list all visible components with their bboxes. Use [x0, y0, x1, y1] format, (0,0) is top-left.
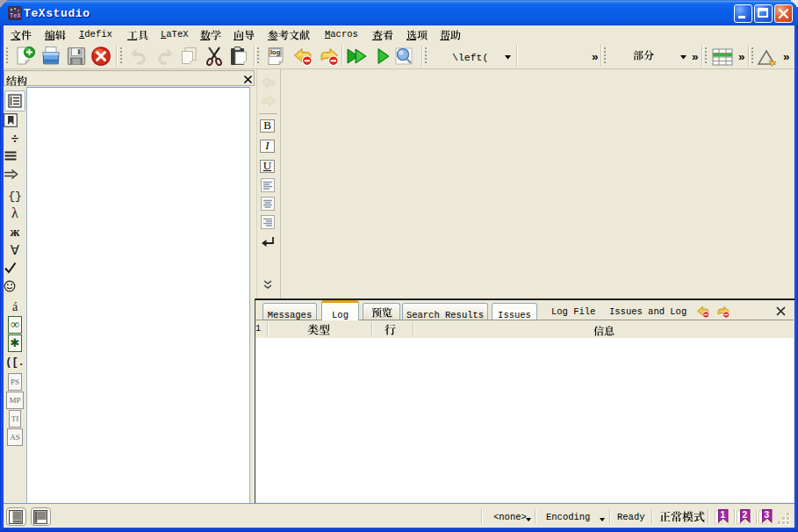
svg-text:3: 3	[765, 510, 770, 520]
svg-text:log: log	[270, 48, 281, 56]
svg-text:TeX: TeX	[10, 12, 21, 19]
svg-text:1: 1	[721, 510, 726, 520]
svg-text:2: 2	[743, 510, 748, 520]
